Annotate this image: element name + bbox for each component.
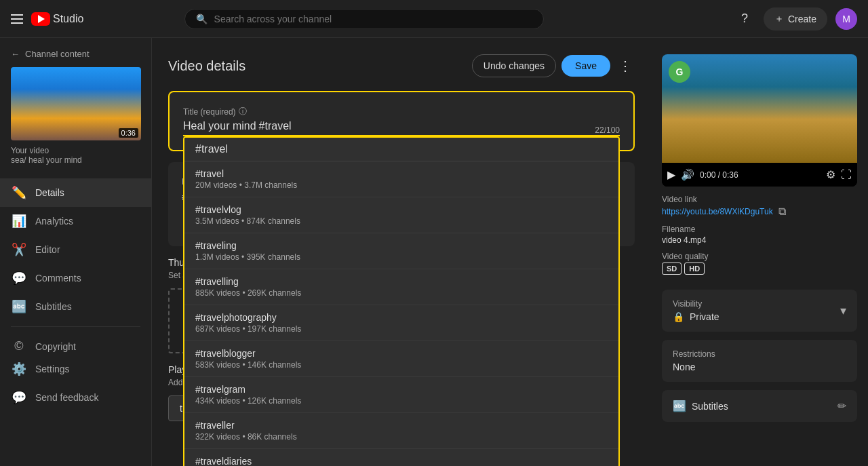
copy-link-button[interactable]: ⧉ (778, 206, 786, 218)
lock-icon: 🔒 (673, 311, 684, 322)
create-label: Create (788, 14, 816, 24)
fullscreen-button[interactable]: ⛶ (841, 168, 852, 181)
sidebar-item-subtitles[interactable]: 🔤 Subtitles (0, 292, 151, 321)
filename-value: video 4.mp4 (662, 235, 857, 245)
hashtag-item-travelvlog[interactable]: #travelvlog 3.5M videos • 874K channels (184, 197, 618, 233)
restrictions-card: Restrictions None (662, 340, 857, 382)
video-duration: 0:36 (119, 128, 138, 138)
help-button[interactable]: ? (734, 8, 755, 30)
settings-video-button[interactable]: ⚙ (826, 168, 835, 181)
feedback-icon: 💬 (11, 390, 27, 405)
char-count: 22/100 (595, 125, 620, 135)
details-label: Details (35, 187, 64, 198)
sidebar-video-thumbnail: 0:36 (11, 67, 141, 140)
hd-badge: HD (684, 263, 705, 275)
nav-left: Studio (11, 12, 83, 26)
video-link-label: Video link (662, 195, 857, 204)
content-area: Video details Undo changes Save ⋮ Title … (152, 38, 651, 466)
hashtag-item-travel[interactable]: #travel 20M videos • 3.7M channels (184, 161, 618, 197)
visibility-text: Private (690, 311, 719, 322)
your-video-label: Your video (11, 146, 140, 155)
comments-icon: 💬 (11, 271, 27, 286)
hashtag-stats-3: 885K videos • 269K channels (195, 288, 608, 298)
analytics-label: Analytics (35, 216, 73, 227)
title-section: Title (required) ⓘ Heal your mind #trave… (168, 91, 635, 151)
sidebar-item-details[interactable]: ✏️ Details (0, 178, 151, 207)
back-label: Channel content (25, 49, 90, 59)
title-help-icon[interactable]: ⓘ (239, 106, 247, 117)
volume-button[interactable]: 🔊 (681, 168, 694, 181)
visibility-info: Visibility 🔒 Private (673, 299, 719, 322)
title-row: Heal your mind #travel 22/100 #travel #t… (183, 120, 620, 136)
hashtag-item-travelgram[interactable]: #travelgram 434K videos • 126K channels (184, 377, 618, 413)
hashtag-item-travelphotography[interactable]: #travelphotography 687K videos • 197K ch… (184, 305, 618, 341)
hashtag-item-travelblogger[interactable]: #travelblogger 583K videos • 146K channe… (184, 341, 618, 377)
sd-badge: SD (662, 263, 682, 275)
hashtag-stats-7: 322K videos • 86K channels (195, 432, 608, 442)
sidebar-item-feedback[interactable]: 💬 Send feedback (0, 383, 151, 412)
subtitles-icon-right: 🔤 (673, 400, 686, 412)
hashtag-item-traveller[interactable]: #traveller 322K videos • 86K channels (184, 413, 618, 449)
hashtag-dropdown: #travel #travel 20M videos • 3.7M channe… (183, 136, 620, 466)
hashtag-inline: #travel (259, 120, 292, 132)
create-button[interactable]: ＋ Create (764, 7, 827, 31)
search-icon: 🔍 (196, 14, 208, 24)
sidebar-item-comments[interactable]: 💬 Comments (0, 264, 151, 292)
hashtag-stats-6: 434K videos • 126K channels (195, 396, 608, 406)
sidebar-item-settings[interactable]: ⚙️ Settings (0, 355, 151, 383)
hamburger-menu[interactable] (11, 14, 23, 24)
undo-button[interactable]: Undo changes (472, 54, 556, 77)
hashtag-name-2: #traveling (195, 240, 608, 251)
hashtag-search-value: #travel (195, 143, 228, 155)
visibility-card[interactable]: Visibility 🔒 Private ▾ (662, 290, 857, 332)
hashtag-name-3: #travelling (195, 276, 608, 287)
ctrl-right: ⚙ ⛶ (826, 168, 852, 181)
video-meta: Video link https://youtu.be/8WXlKDguTuk … (662, 195, 857, 281)
subtitles-card: 🔤 Subtitles ✏ (662, 390, 857, 422)
sidebar-item-analytics[interactable]: 📊 Analytics (0, 207, 151, 235)
hashtag-stats-2: 1.3M videos • 395K channels (195, 252, 608, 262)
hashtag-name-5: #travelblogger (195, 348, 608, 359)
quality-badges: SD HD (662, 263, 857, 275)
hashtag-stats-0: 20M videos • 3.7M channels (195, 180, 608, 190)
hashtag-item-traveldiaries[interactable]: #traveldiaries 274K videos • 96K channel… (184, 449, 618, 466)
sidebar-item-editor[interactable]: ✂️ Editor (0, 235, 151, 264)
search-bar[interactable]: 🔍 (184, 9, 544, 29)
search-input[interactable] (214, 14, 532, 24)
restrictions-label: Restrictions (673, 349, 846, 359)
restrictions-value: None (673, 362, 846, 372)
yt-studio-logo: Studio (31, 12, 83, 26)
filename-row: Filename video 4.mp4 (662, 225, 857, 245)
hashtag-name-7: #traveller (195, 420, 608, 431)
video-controls: ▶ 🔊 0:00 / 0:36 ⚙ ⛶ (662, 163, 857, 187)
subtitles-edit-icon[interactable]: ✏ (837, 400, 846, 412)
title-text: Heal your mind (183, 120, 256, 132)
top-nav: Studio 🔍 ? ＋ Create M (0, 0, 868, 38)
page-header: Video details Undo changes Save ⋮ (168, 54, 635, 77)
play-button[interactable]: ▶ (667, 168, 675, 181)
editor-icon: ✂️ (11, 242, 27, 257)
filename-label: Filename (662, 225, 857, 234)
header-actions: Undo changes Save ⋮ (472, 54, 635, 77)
hashtag-search-row: #travel (184, 138, 618, 161)
time-display: 0:00 / 0:36 (700, 170, 738, 180)
hashtag-item-traveling[interactable]: #traveling 1.3M videos • 395K channels (184, 233, 618, 269)
video-link[interactable]: https://youtu.be/8WXlKDguTuk (662, 207, 773, 216)
avatar[interactable]: M (835, 8, 857, 30)
more-options-button[interactable]: ⋮ (616, 55, 635, 77)
subtitles-icon: 🔤 (11, 299, 27, 314)
video-preview: G ▶ 🔊 0:00 / 0:36 ⚙ ⛶ (662, 54, 857, 187)
hashtag-item-travelling[interactable]: #travelling 885K videos • 269K channels (184, 269, 618, 305)
subtitles-text: Subtitles (692, 401, 728, 412)
sidebar-header: ← Channel content 0:36 Your video sea/ h… (0, 43, 151, 178)
settings-label: Settings (35, 364, 70, 374)
save-button[interactable]: Save (561, 55, 610, 77)
create-icon: ＋ (774, 13, 784, 25)
page-title: Video details (168, 58, 245, 74)
channel-icon: G (669, 61, 690, 83)
details-icon: ✏️ (11, 185, 27, 200)
editor-label: Editor (35, 244, 60, 255)
settings-icon: ⚙️ (11, 362, 27, 376)
visibility-chevron-down[interactable]: ▾ (840, 303, 846, 318)
back-button[interactable]: ← Channel content (11, 49, 140, 59)
